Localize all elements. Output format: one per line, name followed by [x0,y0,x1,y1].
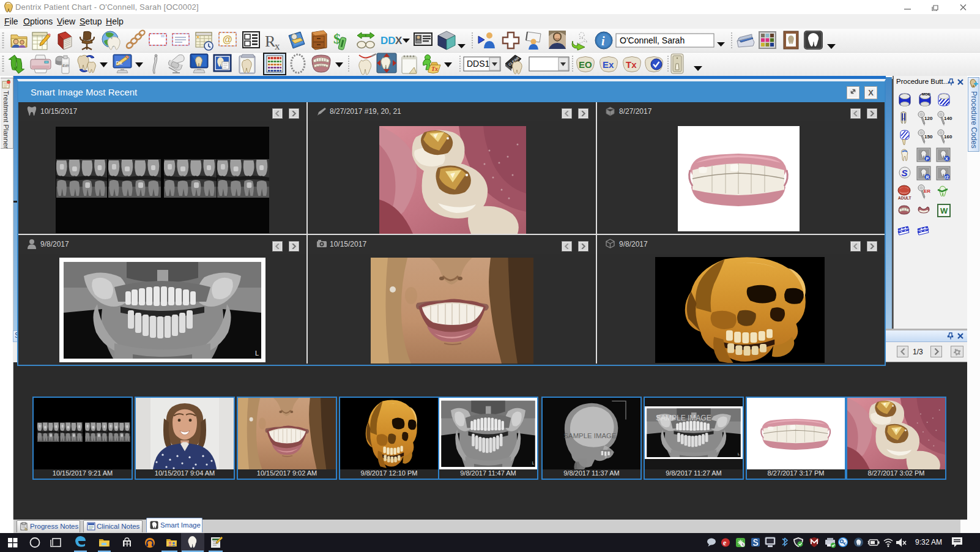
svg-text:DD: DD [380,35,396,47]
svg-text:@: @ [223,34,232,45]
svg-text:ADULT: ADULT [898,196,911,200]
svg-text:150: 150 [924,134,933,140]
svg-text:X: X [945,157,948,161]
svg-text:i: i [601,34,605,48]
svg-text:W: W [940,206,948,215]
svg-text:MOD: MOD [922,92,931,96]
svg-text:140: 140 [944,116,952,121]
svg-text:Tx: Tx [626,59,637,70]
svg-text:O'Connell, Sarah: O'Connell, Sarah [620,35,685,45]
svg-text:DDS1: DDS1 [467,59,490,69]
svg-text:160: 160 [944,134,952,140]
svg-text:S: S [902,168,908,178]
svg-text:r2: r2 [945,175,949,179]
svg-text:Tx: Tx [431,65,438,72]
svg-text:Dx: Dx [116,60,122,66]
svg-text:e: e [723,539,727,547]
svg-text:P: P [926,157,929,161]
svg-text:ER: ER [924,188,930,194]
svg-text:EO: EO [579,59,592,70]
svg-text:Ex: Ex [603,59,614,70]
svg-text:X: X [395,35,403,47]
svg-text:x: x [275,40,280,52]
svg-text:R: R [926,175,929,179]
svg-text:Edit: Edit [62,64,69,67]
svg-text:120: 120 [924,116,933,121]
